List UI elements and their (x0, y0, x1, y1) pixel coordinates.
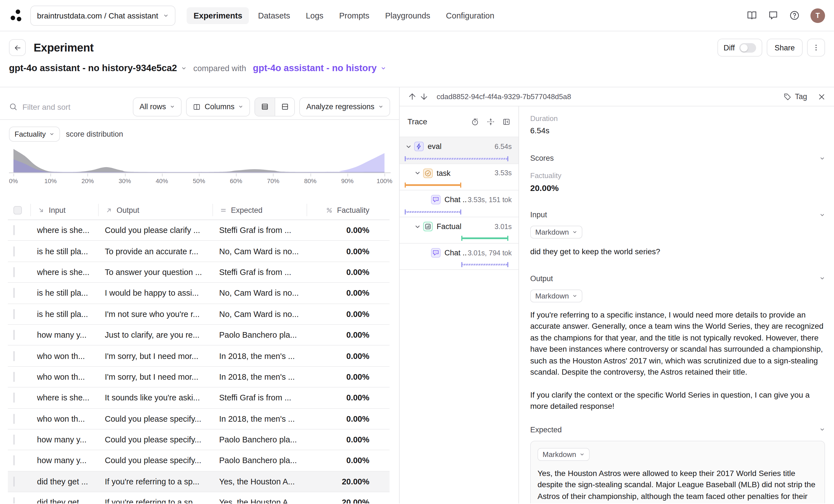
input-section-header[interactable]: Input (530, 210, 825, 219)
row-checkbox[interactable] (14, 267, 15, 277)
metric-selector[interactable]: Factuality (9, 127, 60, 142)
cell-input: where is she... (30, 268, 98, 277)
cell-factuality: 0.00% (307, 310, 377, 319)
table-row[interactable]: where is she... Could you please clarify… (8, 220, 390, 241)
row-checkbox[interactable] (14, 372, 15, 382)
collapse-vertical-icon[interactable] (486, 117, 495, 126)
filter-input[interactable] (22, 102, 128, 111)
tab-playgrounds[interactable]: Playgrounds (378, 7, 437, 24)
close-icon[interactable] (817, 92, 826, 101)
experiment-selector[interactable]: gpt-4o assistant - no history-934e5ca2 (9, 63, 186, 73)
trace-span-task[interactable]: task 3.53s (400, 163, 519, 190)
expected-format-selector[interactable]: Markdown (537, 448, 590, 461)
table-row[interactable]: who won th... I'm sorry, but I need mor.… (8, 367, 390, 388)
split-rows-view-button[interactable] (275, 98, 294, 116)
dense-rows-view-button[interactable] (255, 98, 275, 116)
previous-row-button[interactable] (408, 92, 417, 101)
table-row[interactable]: how many y... Could you please specify..… (8, 451, 390, 472)
table-row[interactable]: is he still pla... To provide an accurat… (8, 241, 390, 262)
share-button[interactable]: Share (767, 39, 803, 56)
row-checkbox[interactable] (14, 498, 15, 503)
equals-icon (220, 206, 227, 214)
axis-tick (125, 174, 125, 177)
column-header-expected[interactable]: Expected (213, 204, 307, 216)
tab-configuration[interactable]: Configuration (439, 7, 501, 24)
nav-tabs: ExperimentsDatasetsLogsPromptsPlayground… (187, 7, 501, 24)
span-label: Chat ... (444, 196, 468, 204)
table-row[interactable]: where is she... It sounds like you're as… (8, 388, 390, 409)
axis-tick-label: 20% (82, 178, 94, 184)
cell-output: I would be happy to assi... (98, 289, 213, 298)
tab-logs[interactable]: Logs (299, 7, 330, 24)
trace-span-eval[interactable]: eval 6.54s (400, 137, 519, 163)
tab-datasets[interactable]: Datasets (251, 7, 297, 24)
tag-button[interactable]: Tag (784, 92, 807, 101)
column-header-factuality[interactable]: Factuality (307, 204, 377, 216)
column-header-output[interactable]: Output (98, 204, 213, 216)
chevron-down-icon[interactable] (414, 223, 421, 230)
more-menu-button[interactable] (807, 39, 825, 56)
columns-button[interactable]: Columns (186, 97, 250, 116)
diff-toggle[interactable] (739, 43, 756, 52)
cell-expected: Yes, the Houston A... (213, 498, 307, 503)
user-avatar[interactable]: T (810, 8, 825, 23)
expected-section-header[interactable]: Expected (530, 425, 825, 434)
input-format-selector[interactable]: Markdown (530, 226, 582, 238)
table-row[interactable]: who won th... I'm sorry, but I need mor.… (8, 346, 390, 367)
scores-section-header[interactable]: Scores (530, 154, 825, 162)
project-selector[interactable]: braintrustdata.com / Chat assistant (30, 5, 176, 25)
table-row[interactable]: did they get ... If you're referring to … (8, 492, 390, 503)
collapse-panel-icon[interactable] (502, 117, 511, 126)
row-checkbox[interactable] (14, 330, 15, 340)
chevron-down-icon[interactable] (414, 170, 421, 177)
select-all-checkbox[interactable] (14, 206, 22, 214)
row-checkbox[interactable] (14, 477, 15, 487)
table-row[interactable]: how many y... Just to clarify, are you r… (8, 325, 390, 346)
span-duration: 3.01s, 794 tok (468, 249, 519, 257)
tag-icon (784, 93, 791, 100)
timer-icon[interactable] (471, 117, 479, 126)
row-checkbox[interactable] (14, 435, 15, 445)
cell-expected: Steffi Graf is from ... (213, 393, 307, 403)
row-checkbox[interactable] (14, 225, 15, 235)
table-row[interactable]: is he still pla... I'm not sure who you'… (8, 304, 390, 325)
chat-span-icon (431, 248, 441, 258)
trace-span-chat-[interactable]: Chat ... 3.01s, 794 tok (400, 243, 519, 270)
row-checkbox[interactable] (14, 246, 15, 256)
back-button[interactable] (9, 39, 26, 56)
docs-book-icon[interactable] (747, 10, 757, 21)
filter-search[interactable] (9, 102, 128, 111)
row-checkbox[interactable] (14, 288, 15, 298)
row-checkbox[interactable] (14, 393, 15, 403)
table-row[interactable]: who won th... Could you please specify..… (8, 409, 390, 430)
rows-filter-button[interactable]: All rows (133, 97, 182, 116)
chevron-down-icon[interactable] (405, 143, 412, 150)
trace-id: cdad8852-94cf-4f4a-9329-7b577048d5a8 (437, 92, 571, 101)
help-icon[interactable] (789, 10, 800, 21)
table-row[interactable]: did they get ... If you're referring to … (8, 471, 390, 492)
row-checkbox[interactable] (14, 414, 15, 423)
baseline-selector[interactable]: gpt-4o assistant - no history (253, 63, 386, 73)
table-row[interactable]: where is she... To answer your question … (8, 262, 390, 283)
trace-span-chat-[interactable]: Chat ... 3.53s, 151 tok (400, 190, 519, 216)
row-checkbox[interactable] (14, 351, 15, 361)
tab-prompts[interactable]: Prompts (332, 7, 376, 24)
task-span-icon (423, 168, 433, 178)
tab-experiments[interactable]: Experiments (187, 7, 249, 24)
page-header: Experiment Diff Share gpt-4o assistant -… (0, 31, 834, 87)
table-row[interactable]: how many y... Could you please specify..… (8, 430, 390, 451)
column-header-input[interactable]: Input (30, 204, 98, 216)
row-checkbox[interactable] (14, 456, 15, 466)
table-row[interactable]: is he still pla... I would be happy to a… (8, 283, 390, 304)
feedback-chat-icon[interactable] (768, 10, 778, 21)
row-checkbox[interactable] (14, 309, 15, 319)
output-format-selector[interactable]: Markdown (530, 289, 582, 302)
analyze-regressions-button[interactable]: Analyze regressions (300, 97, 390, 116)
braintrust-logo-icon[interactable] (9, 8, 24, 23)
cell-output: Could you please specify... (98, 435, 213, 444)
axis-tick (88, 174, 88, 177)
trace-span-factual[interactable]: Factual 3.01s (400, 217, 519, 243)
output-section-header[interactable]: Output (530, 274, 825, 282)
next-row-button[interactable] (419, 92, 429, 101)
span-timeline-bar (405, 158, 508, 159)
